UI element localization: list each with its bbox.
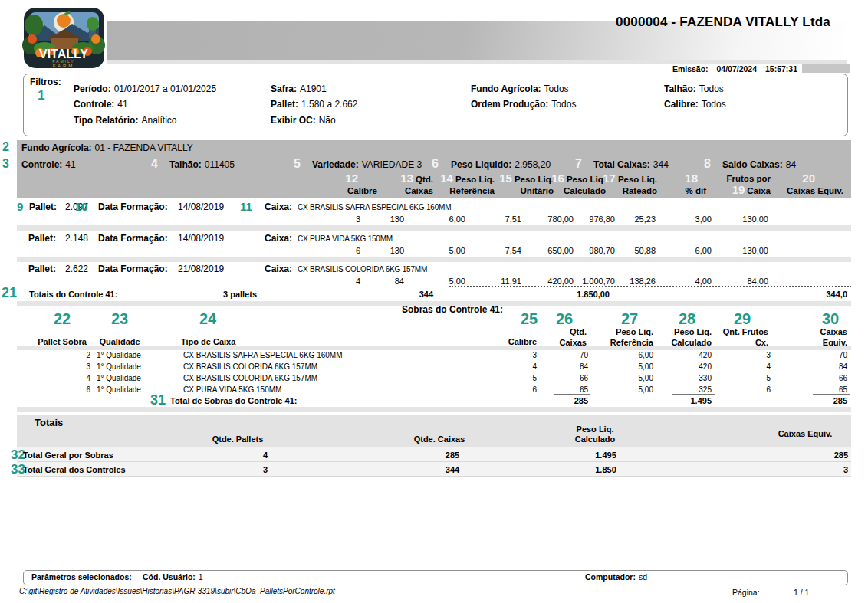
filter-controle: Controle:41 [74, 99, 128, 110]
grand-col-peso: Peso Liq.Calculado [557, 424, 633, 444]
marker-10: 10 [75, 201, 88, 212]
caixa-value: CX BRASILIS COLORIDA 6KG 157MM [298, 265, 427, 274]
marker-30: 30 [815, 311, 846, 326]
computer-field: Computador:sd [585, 572, 647, 582]
data-formacao-value: 14/08/2019 [178, 233, 224, 244]
marker-23: 23 [104, 311, 135, 326]
grand-row-label: Total Geral dos Controles [23, 465, 126, 474]
filter-safra: Safra:A1901 [271, 84, 327, 94]
marker-29: 29 [727, 311, 758, 326]
separator [17, 257, 851, 262]
marker-24: 24 [192, 311, 223, 326]
grand-totals-title: Totais [35, 418, 63, 428]
marker-22: 22 [47, 311, 77, 326]
caixa-label: Caixa: [265, 202, 292, 212]
marker-25: 25 [514, 311, 544, 326]
sobras-total-calc: 1.495 [690, 396, 712, 405]
filter-tipo-relatorio: Tipo Relatório:Analítico [74, 115, 176, 126]
header-band-tail [802, 64, 850, 73]
sobras-row: 3 1° Qualidade CX BRASILIS COLORIDA 6KG … [0, 362, 868, 373]
pallet-value: 2.622 [65, 264, 88, 274]
pallet-label: Pallet: [29, 202, 57, 212]
control-totals-caixas: 344 [419, 290, 433, 299]
saldo-caixas-field: Saldo Caixas:84 [722, 159, 796, 170]
marker-31: 31 [150, 393, 166, 407]
col-header-caixas-equiv: 20 Caixas Equiv. [744, 173, 843, 196]
filter-ordem-producao: Ordem Produção:Todos [471, 99, 576, 110]
marker-26: 26 [549, 311, 580, 326]
data-formacao-label: Data Formação: [98, 264, 168, 274]
page-label: Página: [732, 588, 760, 597]
total-rule [813, 394, 850, 395]
filter-exibir-oc: Exibir OC:Não [271, 115, 336, 126]
filter-periodo: Período:01/01/2017 a 01/01/2025 [74, 84, 216, 94]
filters-box: Filtros: 1 Período:01/01/2017 a 01/01/20… [23, 74, 848, 136]
logo-farm: FARM [53, 64, 75, 68]
data-formacao-value: 21/08/2019 [178, 264, 224, 274]
control-totals-equiv: 344,0 [826, 290, 847, 299]
marker-6: 6 [432, 158, 439, 170]
header-band-shadow [107, 60, 847, 64]
control-totals-label: Totais do Controle 41: [29, 290, 117, 299]
marker-2: 2 [2, 141, 9, 153]
grand-col-equiv: Caixas Equiv. [767, 429, 843, 439]
filter-pallet: Pallet:1.580 a 2.662 [271, 99, 357, 110]
marker-21: 21 [2, 286, 17, 300]
filters-title: Filtros: [30, 77, 61, 87]
dotted-rule [449, 286, 851, 287]
caixa-value: CX PURA VIDA 5KG 150MM [298, 234, 393, 243]
footer-params-box: Parâmetros selecionados: Cód. Usuário:1 … [23, 570, 848, 585]
control-totals-pallets: 3 pallets [205, 290, 275, 299]
separator [17, 407, 851, 412]
data-formacao-label: Data Formação: [98, 233, 168, 244]
sobras-row: 6 1° Qualidade CX PURA VIDA 5KG 150MM 6 … [0, 385, 868, 396]
caixa-label: Caixa: [265, 264, 292, 274]
control-totals-peso: 1.850,00 [577, 290, 610, 299]
grand-row-label: Total Geral por Sobras [23, 451, 113, 460]
marker-7: 7 [575, 158, 582, 170]
sobras-total-label: Total de Sobras do Controle 41: [170, 396, 297, 405]
report-page: VITALLY FAMILY FARM 0000004 - FAZENDA VI… [0, 0, 868, 603]
marker-4: 4 [151, 158, 158, 170]
marker-1: 1 [38, 89, 44, 102]
marker-27: 27 [614, 311, 645, 326]
data-formacao-value: 14/08/2019 [178, 202, 224, 212]
separator [17, 346, 851, 350]
emission-label: Emissão: [672, 64, 709, 74]
logo-orange-icon [57, 14, 71, 28]
sobras-col-peso-calculado: Peso Liq.Calculado [671, 327, 712, 348]
pallet-label: Pallet: [28, 264, 56, 274]
sobras-total-equiv: 285 [833, 396, 847, 405]
marker-5: 5 [294, 158, 301, 170]
sobras-col-caixas-equiv: CaixasEquiv. [820, 327, 847, 348]
caixa-label: Caixa: [265, 233, 292, 244]
pallet-label: Pallet: [28, 233, 56, 244]
grand-col-pallets: Qtde. Pallets [199, 434, 276, 444]
controle-field: Controle:41 [21, 159, 76, 170]
total-caixas-field: Total Caixas:344 [593, 159, 669, 170]
user-field: Cód. Usuário:1 [143, 572, 203, 582]
emission-date: 04/07/2024 [716, 64, 757, 74]
filter-calibre: Calibre:Todos [664, 99, 726, 110]
separator [17, 225, 851, 231]
total-rule [554, 394, 590, 395]
peso-liquido-field: Peso Liquido:2.958,20 [451, 159, 551, 170]
report-file-path: C:\git\Registro de Atividades\Issues\His… [19, 587, 335, 595]
sobras-col-peso-referencia: Peso Liq.Referência [610, 327, 653, 348]
filter-fundo-agricola: Fundo Agrícola:Todos [471, 84, 569, 94]
marker-3: 3 [2, 158, 9, 170]
marker-11: 11 [240, 201, 252, 212]
emission-line: Emissão: 04/07/2024 15:57:31 [672, 64, 797, 74]
pallet-value: 2.148 [65, 233, 88, 244]
sobras-col-qnt-frutos: Qnt. FrutosCx. [723, 327, 768, 348]
total-rule [672, 394, 715, 395]
farm-logo: VITALLY FAMILY FARM [21, 5, 107, 70]
marker-8: 8 [704, 158, 711, 170]
pallet-row-values: 3 130 6,00 7,51 780,00 976,80 25,23 3,00… [0, 215, 868, 225]
marker-28: 28 [672, 311, 702, 326]
filter-talhao: Talhão:Todos [664, 84, 724, 94]
caixa-value: CX BRASILIS SAFRA ESPECIAL 6KG 160MM [298, 203, 451, 211]
pallet-row-values: 6 130 5,00 7,54 650,00 980,70 50,88 6,00… [0, 246, 868, 257]
emission-time: 15:57:31 [765, 64, 797, 74]
sobras-total-qtd: 285 [574, 396, 588, 405]
